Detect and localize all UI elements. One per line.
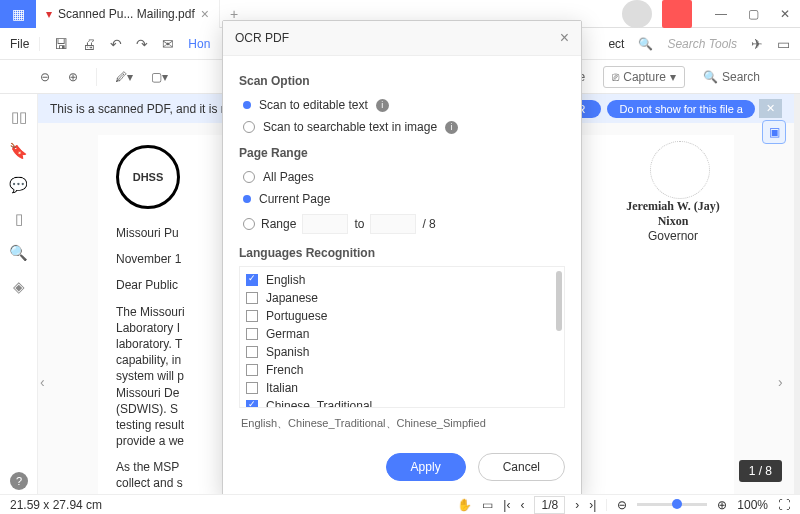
maximize-button[interactable]: ▢ <box>738 0 768 28</box>
avatar[interactable] <box>622 0 652 28</box>
select-tool-icon[interactable]: ▭ <box>482 498 493 512</box>
lang-option-english[interactable]: English <box>240 271 564 289</box>
range-from-input[interactable] <box>302 214 348 234</box>
checkbox-icon <box>246 310 258 322</box>
search-tools-icon: 🔍 <box>638 37 653 51</box>
dhss-seal: DHSS <box>116 145 180 209</box>
range-option[interactable]: Range to / 8 <box>239 210 565 238</box>
prev-page-arrow[interactable]: ‹ <box>40 374 54 388</box>
info-icon[interactable]: i <box>376 99 389 112</box>
document-tab[interactable]: ▾ Scanned Pu... Mailing.pdf × <box>36 0 220 28</box>
highlight-tool-icon[interactable]: 🖉▾ <box>115 70 133 84</box>
dialog-close-icon[interactable]: × <box>560 29 569 47</box>
app-logo[interactable]: ▦ <box>0 0 36 28</box>
lang-option-chinese-traditional[interactable]: Chinese_Traditional <box>240 397 564 408</box>
scrollbar[interactable] <box>556 271 562 331</box>
current-page-option[interactable]: Current Page <box>239 188 565 210</box>
home-tab[interactable]: Hon <box>188 37 210 51</box>
all-pages-option[interactable]: All Pages <box>239 166 565 188</box>
camera-icon: ⎚ <box>612 70 619 84</box>
zoom-out-icon[interactable]: ⊖ <box>40 70 50 84</box>
last-page-icon[interactable]: ›| <box>589 498 596 512</box>
zoom-in-icon[interactable]: ⊕ <box>68 70 78 84</box>
page-indicator: 1 / 8 <box>739 460 782 482</box>
lang-option-spanish[interactable]: Spanish <box>240 343 564 361</box>
lang-option-italian[interactable]: Italian <box>240 379 564 397</box>
scan-searchable-option[interactable]: Scan to searchable text in image i <box>239 116 565 138</box>
page-field[interactable]: 1/8 <box>534 496 565 514</box>
zoom-slider[interactable] <box>637 503 707 506</box>
thumbnails-icon[interactable]: ▯▯ <box>11 108 27 126</box>
search-tools-input[interactable]: Search Tools <box>667 37 737 51</box>
help-button[interactable]: ? <box>10 472 28 490</box>
range-to-input[interactable] <box>370 214 416 234</box>
layers-icon[interactable]: ◈ <box>13 278 25 296</box>
doc-para-left: As the MSP collect and s <box>116 459 183 491</box>
capture-button[interactable]: ⎚ Capture▾ <box>603 66 685 88</box>
presentation-icon[interactable]: ▭ <box>777 36 790 52</box>
info-icon[interactable]: i <box>445 121 458 134</box>
search-panel-icon[interactable]: 🔍 <box>9 244 28 262</box>
zoom-in-status-icon[interactable]: ⊕ <box>717 498 727 512</box>
close-window-button[interactable]: ✕ <box>770 0 800 28</box>
notification-indicator[interactable] <box>662 0 692 28</box>
radio-icon <box>243 218 255 230</box>
bookmarks-icon[interactable]: 🔖 <box>9 142 28 160</box>
scan-editable-option[interactable]: Scan to editable text i <box>239 94 565 116</box>
zoom-value[interactable]: 100% <box>737 498 768 512</box>
ocr-dialog: OCR PDF × Scan Option Scan to editable t… <box>222 20 582 496</box>
radio-icon <box>243 195 251 203</box>
radio-icon <box>243 171 255 183</box>
shape-tool-icon[interactable]: ▢▾ <box>151 70 168 84</box>
fit-page-icon[interactable]: ⛶ <box>778 498 790 512</box>
state-seal <box>650 141 710 199</box>
search-button[interactable]: 🔍 Search <box>703 70 760 84</box>
languages-list: English Japanese Portuguese German Spani… <box>239 266 565 408</box>
lang-option-portuguese[interactable]: Portuguese <box>240 307 564 325</box>
lang-option-german[interactable]: German <box>240 325 564 343</box>
cancel-button[interactable]: Cancel <box>478 453 565 481</box>
apply-button[interactable]: Apply <box>386 453 466 481</box>
file-menu[interactable]: File <box>10 37 40 51</box>
next-page-arrow[interactable]: › <box>778 374 792 388</box>
protect-tab-fragment[interactable]: ect <box>608 37 624 51</box>
prev-page-icon[interactable]: ‹ <box>520 498 524 512</box>
redo-icon[interactable]: ↷ <box>136 36 148 52</box>
radio-icon <box>243 101 251 109</box>
checkbox-icon <box>246 346 258 358</box>
undo-icon[interactable]: ↶ <box>110 36 122 52</box>
save-icon[interactable]: 🖫 <box>54 36 68 52</box>
send-icon[interactable]: ✈ <box>751 36 763 52</box>
page-range-heading: Page Range <box>239 146 565 160</box>
lang-option-japanese[interactable]: Japanese <box>240 289 564 307</box>
lang-option-french[interactable]: French <box>240 361 564 379</box>
next-page-icon[interactable]: › <box>575 498 579 512</box>
tab-pdf-icon: ▾ <box>46 7 52 21</box>
radio-icon <box>243 121 255 133</box>
checkbox-icon <box>246 274 258 286</box>
range-total: / 8 <box>422 217 435 231</box>
dialog-title: OCR PDF <box>235 31 289 45</box>
mail-icon[interactable]: ✉ <box>162 36 174 52</box>
page-dimensions: 21.59 x 27.94 cm <box>10 498 102 512</box>
print-icon[interactable]: 🖨 <box>82 36 96 52</box>
close-banner-icon[interactable]: ✕ <box>759 99 782 118</box>
dismiss-banner-button[interactable]: Do not show for this file a <box>607 100 755 118</box>
doc-para-left: The Missouri Laboratory I laboratory. T … <box>116 304 185 450</box>
hand-tool-icon[interactable]: ✋ <box>457 498 472 512</box>
search-icon: 🔍 <box>703 70 718 84</box>
languages-heading: Languages Recognition <box>239 246 565 260</box>
comments-icon[interactable]: 💬 <box>9 176 28 194</box>
status-bar: 21.59 x 27.94 cm ✋ ▭ |‹ ‹ 1/8 › ›| ⊖ ⊕ 1… <box>0 494 800 514</box>
scan-badge-icon[interactable]: ▣ <box>762 120 786 144</box>
sidebar: ▯▯ 🔖 💬 ▯ 🔍 ◈ <box>0 94 38 494</box>
first-page-icon[interactable]: |‹ <box>503 498 510 512</box>
checkbox-icon <box>246 328 258 340</box>
close-tab-icon[interactable]: × <box>201 6 209 22</box>
checkbox-icon <box>246 292 258 304</box>
checkbox-icon <box>246 400 258 408</box>
zoom-out-status-icon[interactable]: ⊖ <box>617 498 627 512</box>
minimize-button[interactable]: — <box>706 0 736 28</box>
attachments-icon[interactable]: ▯ <box>15 210 23 228</box>
selected-languages-summary: English、Chinese_Traditional、Chinese_Simp… <box>239 408 565 439</box>
